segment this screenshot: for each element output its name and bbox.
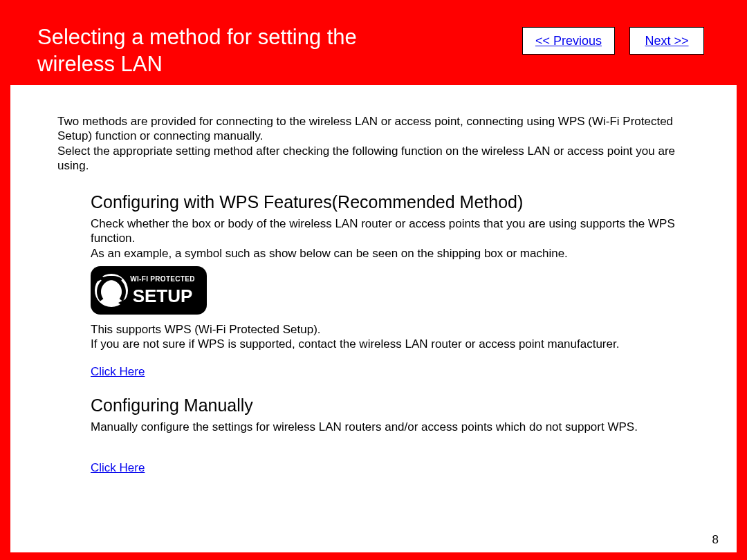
wps-section: Configuring with WPS Features(Recommende… bbox=[91, 192, 683, 379]
document-page: Selecting a method for setting the wirel… bbox=[10, 8, 737, 552]
manual-click-here-link[interactable]: Click Here bbox=[91, 460, 145, 475]
content-area: Two methods are provided for connecting … bbox=[10, 85, 737, 475]
previous-button[interactable]: << Previous bbox=[522, 27, 615, 55]
next-button[interactable]: Next >> bbox=[629, 27, 704, 55]
wps-logo-top-text: WI-FI PROTECTED bbox=[130, 275, 194, 283]
wps-p4: If you are not sure if WPS is supported,… bbox=[91, 337, 683, 351]
manual-heading: Configuring Manually bbox=[91, 395, 683, 416]
wps-logo: WI-FI PROTECTED SETUP bbox=[91, 266, 683, 318]
manual-p1: Manually configure the settings for wire… bbox=[91, 420, 683, 434]
page-number: 8 bbox=[712, 533, 719, 547]
page-title: Selecting a method for setting the wirel… bbox=[37, 24, 397, 78]
wps-heading: Configuring with WPS Features(Recommende… bbox=[91, 192, 683, 212]
intro-p2: Select the appropriate setting method af… bbox=[57, 144, 690, 174]
header-bar: Selecting a method for setting the wirel… bbox=[10, 8, 737, 85]
wps-body: Check whether the box or body of the wir… bbox=[91, 216, 683, 379]
wps-click-here-link[interactable]: Click Here bbox=[91, 364, 145, 379]
manual-section: Configuring Manually Manually configure … bbox=[91, 395, 683, 476]
manual-body: Manually configure the settings for wire… bbox=[91, 420, 683, 476]
wps-p2: As an example, a symbol such as show bel… bbox=[91, 246, 683, 261]
intro-p1: Two methods are provided for connecting … bbox=[57, 114, 690, 144]
wps-logo-bottom-text: SETUP bbox=[133, 286, 193, 306]
wps-p3: This supports WPS (Wi-Fi Protected Setup… bbox=[91, 322, 683, 337]
wps-p1: Check whether the box or body of the wir… bbox=[91, 216, 683, 246]
intro-text: Two methods are provided for connecting … bbox=[57, 114, 690, 173]
